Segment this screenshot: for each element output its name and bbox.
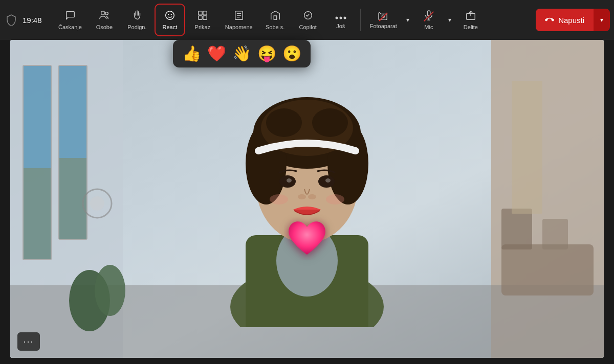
svg-point-55	[325, 178, 331, 183]
heart-reaction	[284, 217, 330, 266]
react-button[interactable]: React	[155, 4, 185, 36]
svg-rect-7	[199, 16, 202, 19]
topbar-left: 19:48 Časkanje Osobe Podign.	[4, 4, 356, 36]
svg-rect-10	[274, 16, 277, 19]
copilot-button[interactable]: Copilot	[293, 4, 323, 36]
svg-point-3	[168, 14, 169, 15]
bottom-left-controls: ···	[17, 332, 40, 351]
caskanje-button[interactable]: Časkanje	[53, 4, 87, 36]
svg-point-50	[266, 108, 302, 137]
prikaz-label: Prikaz	[195, 24, 211, 30]
svg-rect-31	[59, 66, 86, 158]
notes-icon	[233, 10, 245, 23]
fotoaparat-chevron[interactable]: ▾	[402, 10, 413, 30]
topbar: 19:48 Časkanje Osobe Podign.	[0, 0, 614, 40]
avatar-container	[174, 51, 440, 327]
delite-label: Delite	[464, 24, 478, 30]
svg-point-2	[166, 11, 174, 20]
emoji-wave[interactable]: 👋	[232, 46, 251, 61]
svg-point-0	[101, 11, 104, 15]
more-options-button[interactable]: ···	[17, 332, 40, 351]
svg-point-58	[270, 194, 288, 204]
emoji-wow[interactable]: 😮	[282, 46, 301, 61]
fotoaparat-label: Fotoaparat	[370, 23, 397, 29]
svg-rect-29	[24, 66, 51, 168]
napomene-label: Napomene	[225, 24, 253, 30]
podign-button[interactable]: Podign.	[122, 4, 152, 36]
people-icon	[99, 10, 110, 23]
svg-rect-6	[203, 11, 207, 15]
more-icon	[335, 11, 346, 22]
share-icon	[465, 10, 476, 23]
svg-rect-30	[24, 168, 51, 259]
prikaz-button[interactable]: Prikaz	[187, 4, 218, 36]
svg-point-34	[95, 265, 125, 316]
shield-icon	[4, 13, 18, 27]
podign-label: Podign.	[127, 24, 146, 30]
svg-point-57	[308, 194, 316, 199]
time-display: 19:48	[23, 16, 43, 25]
delite-button[interactable]: Delite	[455, 4, 486, 36]
end-call-group: Napusti ▾	[536, 9, 610, 31]
svg-point-4	[171, 14, 172, 15]
camera-off-icon	[378, 11, 389, 22]
svg-rect-5	[199, 11, 202, 15]
svg-point-54	[287, 178, 292, 183]
react-icon	[164, 10, 176, 23]
hand-icon	[131, 10, 143, 23]
osobe-label: Osobe	[96, 24, 113, 30]
emoji-heart[interactable]: ❤️	[207, 46, 226, 61]
caskanje-label: Časkanje	[58, 24, 82, 30]
svg-point-59	[326, 194, 344, 204]
emoji-thumbsup[interactable]: 👍	[182, 46, 201, 61]
svg-rect-35	[501, 244, 594, 295]
svg-rect-32	[59, 158, 86, 239]
mic-label: Mic	[424, 24, 433, 30]
emoji-popup: 👍 ❤️ 👋 😝 😮	[173, 40, 311, 67]
end-call-label: Napusti	[558, 16, 584, 25]
sobe-label: Sobe s.	[266, 24, 284, 30]
emoji-laugh[interactable]: 😝	[257, 46, 276, 61]
sobe-button[interactable]: Sobe s.	[260, 4, 291, 36]
react-label: React	[162, 24, 177, 30]
mic-button[interactable]: Mic	[413, 4, 444, 36]
svg-point-14	[343, 17, 346, 19]
svg-point-15	[382, 15, 385, 17]
view-icon	[197, 10, 208, 23]
jos-label: Još	[336, 23, 345, 29]
svg-point-51	[312, 108, 348, 137]
dots-icon: ···	[23, 336, 34, 347]
svg-point-40	[90, 196, 104, 211]
video-area: ···	[10, 40, 604, 358]
end-call-chevron[interactable]: ▾	[594, 9, 610, 31]
rooms-icon	[270, 10, 281, 23]
mic-off-icon	[423, 10, 434, 23]
svg-point-13	[339, 17, 342, 19]
right-controls: Fotoaparat ▾ Mic ▾ Delite	[365, 4, 486, 36]
svg-point-56	[298, 194, 306, 199]
svg-point-12	[335, 17, 338, 19]
end-call-button[interactable]: Napusti	[536, 9, 594, 31]
copilot-label: Copilot	[299, 24, 317, 30]
chat-icon	[64, 10, 76, 23]
osobe-button[interactable]: Osobe	[89, 4, 120, 36]
napomene-button[interactable]: Napomene	[220, 4, 258, 36]
toolbar-divider	[360, 9, 361, 31]
avatar-svg	[200, 61, 414, 327]
svg-point-1	[105, 12, 108, 15]
svg-rect-38	[512, 81, 542, 214]
svg-rect-37	[542, 219, 568, 249]
svg-rect-8	[203, 16, 207, 19]
svg-rect-36	[501, 209, 532, 249]
jos-button[interactable]: Još	[325, 4, 356, 36]
copilot-icon	[302, 10, 314, 23]
fotoaparat-button[interactable]: Fotoaparat	[365, 4, 402, 36]
mic-chevron[interactable]: ▾	[444, 10, 455, 30]
